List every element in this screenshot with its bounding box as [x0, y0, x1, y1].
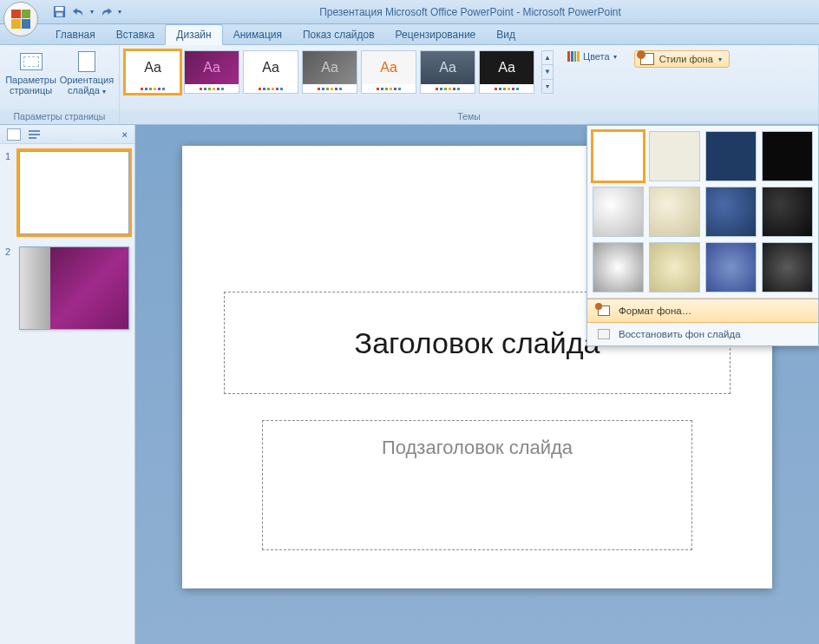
background-swatch-3[interactable]	[705, 131, 757, 181]
format-background-label: Формат фона…	[619, 306, 691, 316]
background-swatch-1[interactable]	[593, 131, 644, 181]
background-styles-button[interactable]: Стили фона ▾	[634, 50, 730, 68]
theme-black[interactable]: Aa	[479, 50, 534, 94]
page-setup-button[interactable]: Параметры страницы	[5, 49, 56, 95]
background-styles-popup: Формат фона… Восстановить фон слайда	[586, 125, 819, 346]
theme-orange[interactable]: Aa	[361, 50, 416, 94]
format-background-icon	[598, 306, 610, 316]
reset-background-item[interactable]: Восстановить фон слайда	[587, 323, 818, 345]
thumb-preview	[19, 246, 129, 330]
tab-view[interactable]: Вид	[486, 25, 526, 44]
background-swatch-grid	[587, 126, 818, 298]
tab-insert[interactable]: Вставка	[106, 25, 166, 44]
background-swatch-7[interactable]	[705, 187, 757, 237]
subtitle-placeholder[interactable]: Подзаголовок слайда	[262, 420, 692, 550]
ribbon: Параметры страницы Ориентация слайда ▾ П…	[0, 45, 819, 125]
slides-tab-icon[interactable]	[7, 128, 21, 141]
theme-color-dots	[185, 84, 239, 93]
background-swatch-4[interactable]	[762, 131, 813, 181]
thumb-number: 1	[5, 151, 14, 234]
chevron-down-icon: ▾	[613, 53, 617, 61]
subtitle-placeholder-text: Подзаголовок слайда	[382, 437, 573, 459]
undo-dropdown-icon[interactable]: ▾	[90, 8, 94, 16]
background-swatch-11[interactable]	[705, 242, 757, 292]
window-title: Презентация Microsoft Office PowerPoint …	[121, 6, 819, 18]
tab-review[interactable]: Рецензирование	[385, 25, 487, 44]
slide-thumbnails: 1 2	[0, 144, 134, 337]
theme-purple[interactable]: Aa	[184, 50, 239, 94]
slide-thumb-1[interactable]: 1	[5, 151, 129, 234]
theme-preview: Aa	[421, 51, 475, 84]
background-swatch-2[interactable]	[649, 131, 700, 181]
theme-options: Цвета ▾	[557, 45, 627, 62]
background-swatch-9[interactable]	[593, 242, 644, 292]
group-label-themes: Темы	[120, 109, 818, 124]
outline-tab-icon[interactable]	[28, 129, 42, 140]
background-styles-icon	[640, 53, 654, 65]
slide-orientation-button[interactable]: Ориентация слайда ▾	[60, 49, 114, 95]
background-swatch-10[interactable]	[649, 242, 700, 292]
thumb-number: 2	[5, 246, 14, 330]
tab-home[interactable]: Главная	[45, 25, 106, 44]
svg-rect-1	[55, 7, 62, 11]
office-logo-icon	[11, 10, 30, 29]
reset-background-label: Восстановить фон слайда	[619, 329, 741, 339]
theme-color-dots	[126, 84, 180, 93]
theme-preview: Aa	[126, 51, 180, 84]
ribbon-group-themes: AaAaAaAaAaAaAa ▲ ▼ ▾ Цвета ▾ Стили фона …	[120, 45, 819, 124]
background-swatch-12[interactable]	[762, 242, 813, 292]
tab-slideshow[interactable]: Показ слайдов	[292, 25, 385, 44]
gallery-down-icon[interactable]: ▼	[542, 65, 553, 79]
reset-background-icon	[598, 329, 610, 339]
theme-preview: Aa	[244, 51, 298, 84]
theme-colors-button[interactable]: Цвета ▾	[564, 50, 620, 62]
redo-icon[interactable]	[99, 5, 113, 19]
theme-gallery-scroll: ▲ ▼ ▾	[541, 50, 554, 94]
theme-preview: Aa	[185, 51, 239, 84]
ribbon-tabs: Главная Вставка Дизайн Анимация Показ сл…	[0, 24, 819, 45]
theme-color-dots	[362, 84, 416, 93]
background-swatch-5[interactable]	[593, 187, 644, 237]
theme-color-dots	[480, 84, 534, 93]
theme-preview: Aa	[303, 51, 357, 84]
close-panel-icon[interactable]: ×	[122, 129, 128, 140]
page-setup-label: Параметры страницы	[5, 75, 56, 95]
page-setup-icon	[20, 53, 43, 70]
chevron-down-icon: ▾	[718, 56, 722, 63]
quick-access-toolbar: ▾ ▾	[52, 0, 121, 23]
gallery-up-icon[interactable]: ▲	[542, 51, 553, 65]
orientation-icon	[78, 51, 95, 72]
gallery-more-icon[interactable]: ▾	[542, 80, 553, 93]
colors-icon	[567, 51, 580, 62]
theme-office[interactable]: Aa	[125, 50, 180, 94]
thumb-preview	[19, 151, 129, 234]
theme-gray[interactable]: Aa	[302, 50, 357, 94]
ribbon-group-page-setup: Параметры страницы Ориентация слайда ▾ П…	[0, 45, 120, 124]
format-background-item[interactable]: Формат фона…	[587, 299, 818, 323]
theme-white2[interactable]: Aa	[243, 50, 298, 94]
theme-color-dots	[421, 84, 475, 93]
tab-animations[interactable]: Анимация	[223, 25, 292, 44]
title-bar: ▾ ▾ Презентация Microsoft Office PowerPo…	[0, 0, 819, 24]
group-label-page-setup: Параметры страницы	[0, 109, 119, 124]
orientation-label: Ориентация слайда ▾	[60, 75, 114, 95]
slides-panel: × 1 2	[0, 125, 135, 644]
tab-design[interactable]: Дизайн	[165, 24, 222, 45]
background-styles-label: Стили фона	[659, 54, 713, 64]
theme-color-dots	[244, 84, 298, 93]
slide-thumb-2[interactable]: 2	[5, 246, 129, 330]
slides-panel-header: ×	[0, 125, 134, 144]
title-placeholder-text: Заголовок слайда	[355, 326, 600, 360]
colors-label: Цвета	[583, 51, 610, 62]
theme-slate[interactable]: Aa	[420, 50, 475, 94]
theme-color-dots	[303, 84, 357, 93]
background-swatch-6[interactable]	[649, 187, 700, 237]
office-button[interactable]	[3, 2, 38, 36]
background-swatch-8[interactable]	[762, 187, 813, 237]
svg-rect-2	[56, 12, 62, 16]
undo-icon[interactable]	[71, 5, 85, 19]
theme-preview: Aa	[480, 51, 534, 84]
theme-gallery: AaAaAaAaAaAaAa	[120, 45, 538, 94]
save-icon[interactable]	[52, 5, 66, 19]
theme-preview: Aa	[362, 51, 416, 84]
